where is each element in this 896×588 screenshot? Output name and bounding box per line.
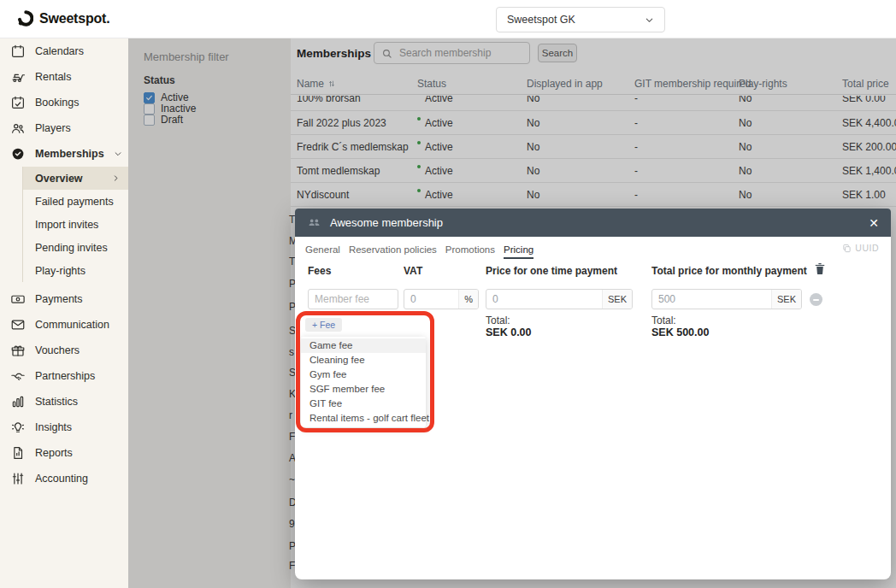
one-time-total-label: Total: — [486, 315, 510, 326]
sidebar-item-rentals[interactable]: Rentals — [0, 64, 128, 90]
tab-general[interactable]: General — [305, 244, 340, 259]
people-icon — [10, 121, 26, 136]
fee-option-game-fee[interactable]: Game fee — [301, 338, 426, 353]
fee-name-field[interactable] — [309, 293, 398, 305]
sidebar-item-vouchers[interactable]: Vouchers — [0, 338, 128, 363]
member-fee-input[interactable] — [308, 289, 398, 309]
percent-suffix: % — [458, 290, 478, 309]
fee-option-rental-items[interactable]: Rental items - golf cart fleet — [301, 411, 426, 426]
sidebar-item-bookings[interactable]: Bookings — [0, 90, 128, 115]
chevron-down-icon — [114, 150, 122, 158]
monthly-total-value: SEK 500.00 — [651, 326, 709, 338]
envelope-icon — [10, 317, 26, 332]
one-time-price-input[interactable]: SEK — [486, 289, 633, 309]
logo-text: Sweetspot. — [39, 11, 109, 26]
chevron-right-icon — [112, 174, 120, 182]
sidebar-item-overview[interactable]: Overview — [23, 167, 128, 190]
top-header: Sweetspot. Sweetspot GK — [0, 0, 896, 38]
monthly-column-label: Total price for monthly payment — [651, 265, 807, 277]
trash-icon[interactable] — [814, 262, 826, 275]
membership-modal: Awesome membership ✕ General Reservation… — [295, 209, 891, 579]
sidebar-item-communication[interactable]: Communication — [0, 312, 128, 338]
fee-option-cleaning-fee[interactable]: Cleaning fee — [301, 353, 426, 368]
vat-input[interactable]: % — [404, 289, 479, 309]
gift-icon — [10, 343, 26, 358]
copy-icon — [842, 244, 852, 253]
sidebar-item-memberships[interactable]: Memberships — [0, 141, 128, 167]
sliders-icon — [10, 471, 26, 486]
golf-cart-icon — [10, 69, 26, 85]
fee-option-git-fee[interactable]: GIT fee — [301, 397, 426, 411]
memberships-submenu: Overview Failed payments Import invites … — [22, 167, 128, 282]
logo[interactable]: Sweetspot. — [17, 10, 109, 26]
sidebar-item-reports[interactable]: Reports — [0, 440, 128, 466]
membership-badge-icon — [10, 146, 26, 162]
uuid-button[interactable]: UUID — [842, 243, 879, 253]
sidebar-item-play-rights[interactable]: Play-rights — [23, 259, 128, 282]
modal-header: Awesome membership ✕ — [295, 209, 891, 237]
bar-chart-icon — [10, 394, 26, 409]
sidebar-item-statistics[interactable]: Statistics — [0, 389, 128, 415]
currency-suffix: SEK — [602, 290, 632, 309]
tab-promotions[interactable]: Promotions — [445, 244, 495, 259]
modal-title: Awesome membership — [330, 216, 860, 229]
monthly-price-input[interactable]: SEK — [651, 289, 802, 309]
monthly-field[interactable] — [652, 293, 771, 305]
monthly-total-label: Total: — [651, 315, 676, 326]
document-icon — [10, 445, 26, 461]
one-time-field[interactable] — [486, 293, 602, 305]
fee-option-gym-fee[interactable]: Gym fee — [301, 368, 426, 382]
sidebar-item-pending-invites[interactable]: Pending invites — [23, 236, 128, 259]
calendar-check-icon — [10, 95, 26, 110]
sweetspot-logo-icon — [17, 10, 33, 26]
sidebar-item-partnerships[interactable]: Partnerships — [0, 363, 128, 389]
remove-fee-row-icon[interactable] — [810, 293, 822, 306]
add-fee-button[interactable]: + Fee — [305, 318, 342, 332]
vat-field[interactable] — [404, 293, 458, 305]
calendar-icon — [10, 44, 26, 59]
tab-pricing[interactable]: Pricing — [504, 244, 533, 259]
sidebar-item-insights[interactable]: Insights — [0, 415, 128, 440]
club-selector-value: Sweetspot GK — [507, 14, 575, 26]
modal-tabs: General Reservation policies Promotions … — [305, 237, 533, 259]
sidebar-item-calendars[interactable]: Calendars — [0, 38, 128, 64]
fee-option-sgf-member-fee[interactable]: SGF member fee — [301, 382, 426, 397]
close-icon[interactable]: ✕ — [869, 217, 879, 229]
members-group-icon — [307, 215, 321, 230]
sidebar-item-failed-payments[interactable]: Failed payments — [23, 190, 128, 213]
one-time-column-label: Price for one time payment — [486, 265, 617, 277]
banknote-icon — [10, 291, 26, 307]
sidebar-item-players[interactable]: Players — [0, 115, 128, 141]
lightbulb-icon — [10, 420, 26, 435]
currency-suffix: SEK — [771, 290, 801, 309]
vat-column-label: VAT — [404, 265, 422, 277]
tab-reservation-policies[interactable]: Reservation policies — [349, 244, 437, 259]
fees-column-label: Fees — [308, 265, 331, 277]
sidebar-item-payments[interactable]: Payments — [0, 286, 128, 312]
handshake-icon — [10, 368, 26, 384]
fee-options-dropdown: Game fee Cleaning fee Gym fee SGF member… — [301, 337, 426, 427]
sidebar-item-accounting[interactable]: Accounting — [0, 466, 128, 491]
club-selector[interactable]: Sweetspot GK — [496, 7, 665, 32]
one-time-total-value: SEK 0.00 — [486, 326, 532, 338]
sidebar-item-import-invites[interactable]: Import invites — [23, 213, 128, 236]
chevron-down-icon — [645, 15, 654, 25]
sidebar: Calendars Rentals Bookings Players Membe… — [0, 38, 128, 588]
app-root: Sweetspot. Sweetspot GK Calendars Rental… — [0, 0, 896, 588]
